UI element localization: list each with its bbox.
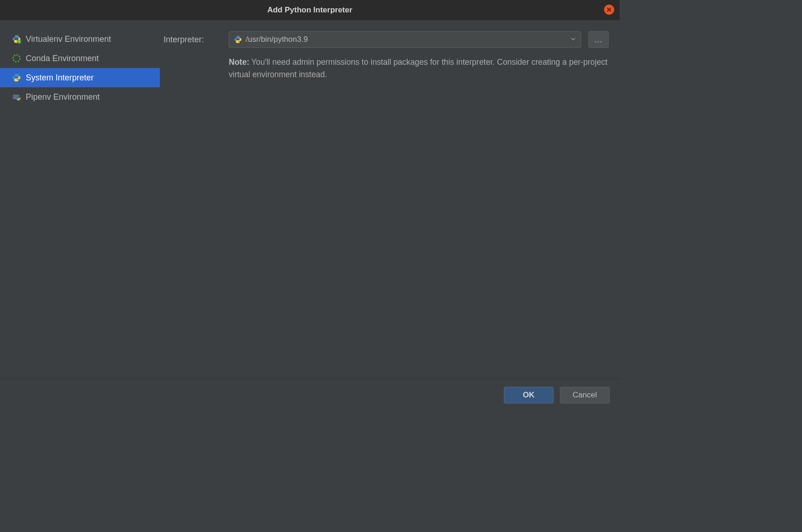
note-prefix: Note: [229,57,249,67]
pipenv-icon [12,92,21,102]
cancel-button-label: Cancel [573,391,597,400]
ok-button[interactable]: OK [504,387,553,403]
svg-point-2 [13,55,20,62]
titlebar: Add Python Interpreter [0,0,620,20]
sidebar-item-pipenv[interactable]: Pipenv Environment [0,87,160,107]
interpreter-dropdown[interactable]: /usr/bin/python3.9 [229,31,581,48]
sidebar-item-system[interactable]: System Interpreter [0,68,160,87]
footer: OK Cancel [0,379,620,411]
close-button[interactable] [604,5,614,15]
sidebar-item-label: Conda Environment [26,54,99,63]
window-title: Add Python Interpreter [267,6,352,15]
main-panel: Interpreter: /usr/bin/python3.9 ... [160,20,620,379]
interpreter-label: Interpreter: [164,35,221,45]
svg-text:V: V [18,40,21,43]
python-icon [234,35,242,44]
chevron-down-icon [570,35,576,44]
close-icon [607,7,611,12]
sidebar-item-label: Virtualenv Environment [26,34,111,44]
note-text: Note: You'll need admin permissions to i… [229,56,609,81]
sidebar-item-label: Pipenv Environment [26,92,100,102]
python-v-icon: V [12,34,21,44]
sidebar-item-virtualenv[interactable]: V Virtualenv Environment [0,29,160,49]
sidebar-item-label: System Interpreter [26,73,94,83]
cancel-button[interactable]: Cancel [560,387,610,403]
python-icon [12,73,21,82]
sidebar-item-conda[interactable]: Conda Environment [0,49,160,68]
note-body: You'll need admin permissions to install… [229,57,607,79]
browse-button[interactable]: ... [588,31,609,48]
ok-button-label: OK [523,391,535,400]
interpreter-value: /usr/bin/python3.9 [246,35,570,44]
conda-icon [12,54,21,63]
sidebar: V Virtualenv Environment Conda Environme… [0,20,160,379]
ellipsis-icon: ... [594,35,603,45]
